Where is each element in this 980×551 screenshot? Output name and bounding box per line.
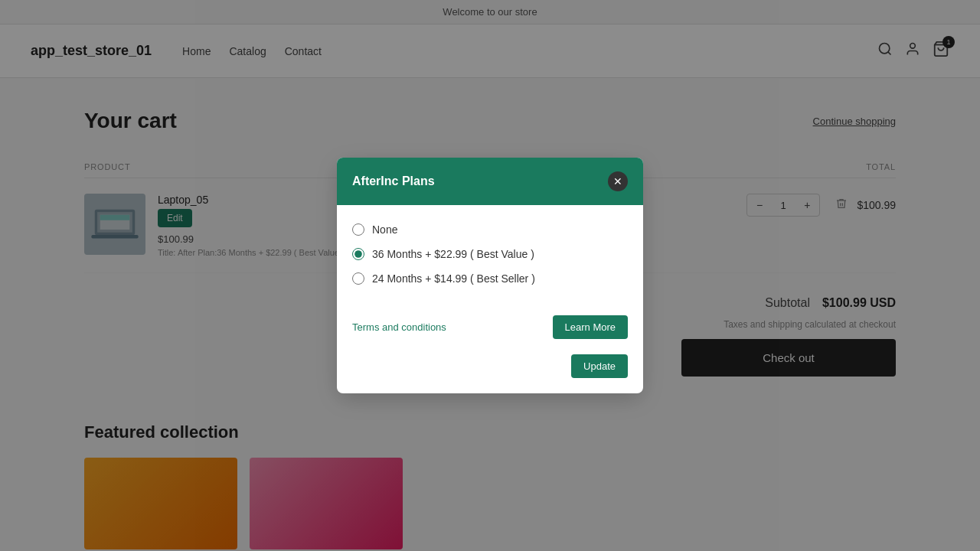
update-button[interactable]: Update: [571, 354, 628, 378]
afterinc-modal: AfterInc Plans ✕ None 36 Months + $22.99…: [337, 158, 643, 393]
plan-radio-none[interactable]: [352, 223, 364, 236]
update-footer: Update: [337, 354, 643, 393]
plan-label-24months: 24 Months + $14.99 ( Best Seller ): [372, 272, 535, 285]
plan-label-36months: 36 Months + $22.99 ( Best Value ): [372, 248, 534, 260]
modal-body: None 36 Months + $22.99 ( Best Value ) 2…: [337, 205, 643, 315]
terms-link[interactable]: Terms and conditions: [352, 321, 446, 333]
modal-close-button[interactable]: ✕: [608, 171, 628, 191]
modal-header: AfterInc Plans ✕: [337, 158, 643, 205]
plan-radio-24months[interactable]: [352, 272, 364, 285]
plan-radio-36months[interactable]: [352, 248, 364, 260]
plan-option-24months[interactable]: 24 Months + $14.99 ( Best Seller ): [352, 272, 628, 285]
modal-actions: Learn More: [553, 315, 628, 339]
modal-footer: Terms and conditions Learn More: [337, 315, 643, 354]
plan-label-none: None: [372, 223, 397, 236]
modal-title: AfterInc Plans: [352, 174, 435, 188]
learn-more-button[interactable]: Learn More: [553, 315, 628, 339]
modal-overlay[interactable]: AfterInc Plans ✕ None 36 Months + $22.99…: [0, 0, 980, 551]
plan-option-36months[interactable]: 36 Months + $22.99 ( Best Value ): [352, 248, 628, 260]
plan-option-none[interactable]: None: [352, 223, 628, 236]
